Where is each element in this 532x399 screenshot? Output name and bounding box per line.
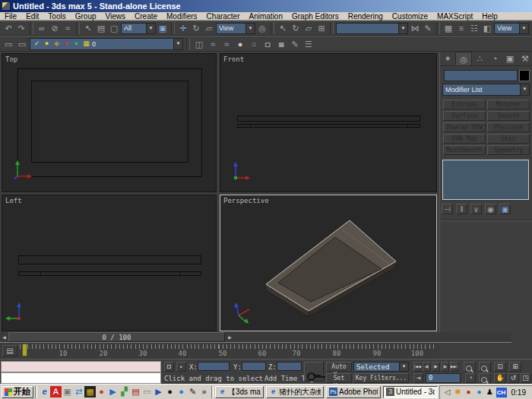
quicklaunch-player-icon[interactable]: ▶ <box>153 386 164 397</box>
quicklaunch-sync-icon[interactable]: ⇄ <box>73 386 84 397</box>
time-configuration-icon[interactable]: ◔ <box>465 373 476 383</box>
chat-bubble-icon[interactable]: ● <box>475 388 484 397</box>
rotate-icon[interactable]: ↻ <box>190 22 202 34</box>
tab-create-icon[interactable]: ✶ <box>440 52 455 65</box>
quicklaunch-qq-icon[interactable]: ● <box>164 386 176 397</box>
render-preset-b-icon[interactable]: ▭ <box>16 38 28 50</box>
quicklaunch-game-icon[interactable]: ▞ <box>119 386 130 397</box>
maxscript-listener-top[interactable] <box>1 361 161 372</box>
quicklaunch-tool-icon[interactable]: ▭ <box>141 386 153 397</box>
unfreeze-layer-icon[interactable]: ◙ <box>275 38 287 50</box>
modifier-button-physique[interactable]: Physique <box>487 122 530 132</box>
pin-stack-icon[interactable]: ⊣ <box>442 204 453 214</box>
select-by-name-icon[interactable]: ▤ <box>95 22 107 34</box>
quicklaunch-pen-icon[interactable]: ✎ <box>187 386 198 397</box>
layer-list-icon[interactable]: ☰ <box>302 38 315 50</box>
absolute-offset-icon[interactable]: ▪ <box>176 362 186 372</box>
z-field[interactable] <box>277 362 302 371</box>
named-selection-dropdown[interactable]: ▼ <box>336 23 408 34</box>
zoom-icon[interactable] <box>464 362 476 372</box>
task-hodgepodge[interactable]: e 猪扑的大杂烩 <box>266 386 324 398</box>
frame-marker[interactable] <box>22 344 27 356</box>
show-end-result-icon[interactable]: ‖ <box>456 204 467 214</box>
layer-manager-icon[interactable]: ☷ <box>468 22 480 34</box>
remove-modifier-icon[interactable]: ◉ <box>485 204 496 214</box>
edit-layer-icon[interactable]: ✎ <box>289 38 301 50</box>
keyboard-override-icon[interactable]: ⊞ <box>315 22 328 34</box>
freeze-layer-icon[interactable]: ◘ <box>261 38 274 50</box>
chevron-down-icon[interactable]: ▼ <box>173 39 182 49</box>
bind-spacewarp-icon[interactable]: ≈ <box>62 22 74 34</box>
zoom-extents-icon[interactable]: ⊡ <box>494 362 506 372</box>
move-icon[interactable]: ✛ <box>177 22 189 34</box>
tab-hierarchy-icon[interactable]: ∴ <box>472 52 487 65</box>
window-crossing-icon[interactable]: ▣ <box>157 22 169 34</box>
mini-curve-editor-icon[interactable]: ▤ <box>2 345 17 356</box>
menu-help[interactable]: Help <box>477 12 502 21</box>
align-icon[interactable]: ≡ <box>455 22 467 34</box>
select-layer-icon[interactable]: ≈ <box>207 38 219 50</box>
layer-off-icon[interactable]: ○ <box>248 38 260 50</box>
set-key-button[interactable]: Set Key <box>326 373 352 383</box>
undo-icon[interactable]: ↶ <box>2 22 14 34</box>
menu-animation[interactable]: Animation <box>245 12 287 21</box>
mirror-icon[interactable]: ⋈ <box>409 22 421 34</box>
task-3dsmax-untitled[interactable]: 3 Untitled - 3ds ... <box>383 386 438 398</box>
zoom-all-icon[interactable] <box>479 362 491 372</box>
tab-display-icon[interactable]: ▣ <box>502 52 518 65</box>
track-bar[interactable]: ▤ 10 20 30 40 50 60 70 80 90 100 <box>0 344 439 359</box>
unlink-icon[interactable]: ⊘ <box>49 22 61 34</box>
menu-edit[interactable]: Edit <box>21 12 43 21</box>
modifier-button-meshsmooth[interactable]: MeshSmooth <box>443 145 486 155</box>
shield-icon[interactable]: ● <box>464 388 473 397</box>
modifier-button-morpher[interactable]: Morpher <box>487 100 530 109</box>
chevron-down-icon[interactable]: ▼ <box>520 84 529 95</box>
quicklaunch-viewer-icon[interactable]: ▣ <box>62 386 73 397</box>
menu-file[interactable]: File <box>0 12 21 21</box>
quicklaunch-grid-icon[interactable]: ▦ <box>84 386 96 397</box>
maxscript-listener-bottom[interactable] <box>1 372 161 384</box>
tab-modify-icon[interactable]: ◎ <box>455 52 472 65</box>
menu-character[interactable]: Character <box>202 12 245 21</box>
time-slider-right-arrow[interactable]: ▶ <box>226 334 233 341</box>
menu-modifiers[interactable]: Modifiers <box>162 12 202 21</box>
reference-coordinate-dropdown[interactable]: View ▼ <box>216 23 255 34</box>
modifier-button-surface[interactable]: Surface <box>443 111 486 121</box>
layer-flyout-icon[interactable]: ◫ <box>193 38 205 50</box>
make-unique-icon[interactable]: ∨ <box>470 204 482 214</box>
auto-key-button[interactable]: Auto Key <box>326 362 352 372</box>
modifier-button-unwrap-uvw[interactable]: Unwrap UVW <box>443 122 486 132</box>
y-field[interactable] <box>242 362 266 371</box>
msn-icon[interactable]: ✱ <box>454 388 463 397</box>
zoom-extents-all-icon[interactable]: ⊞ <box>509 362 521 372</box>
modifier-button-skin[interactable]: Skin <box>487 134 530 144</box>
menu-customize[interactable]: Customize <box>388 12 432 21</box>
viewport-front[interactable]: Front <box>220 53 437 192</box>
redo-icon[interactable]: ↷ <box>15 22 27 34</box>
tab-motion-icon[interactable]: ◔ <box>487 52 502 65</box>
layer-on-icon[interactable]: ● <box>234 38 246 50</box>
slab-object[interactable] <box>220 195 436 331</box>
current-frame-field[interactable]: 0 <box>426 373 461 383</box>
selected-dropdown[interactable]: Selected ▼ <box>353 362 409 372</box>
x-field[interactable] <box>198 362 230 371</box>
menu-rendering[interactable]: Rendering <box>344 12 388 21</box>
selection-region-icon[interactable]: ▢ <box>108 22 120 34</box>
min-max-toggle-icon[interactable]: ◳ <box>520 373 531 383</box>
quicklaunch-messenger-icon[interactable]: ● <box>176 386 187 397</box>
manipulate-rotate-icon[interactable]: ↻ <box>290 22 302 34</box>
schematic-view-icon[interactable]: ▦ <box>442 22 454 34</box>
play-icon[interactable]: ▶ <box>432 362 440 372</box>
selection-filter-dropdown[interactable]: All ▼ <box>121 23 156 34</box>
select-object-icon[interactable]: ↖ <box>82 22 94 34</box>
set-keys-button[interactable] <box>304 362 324 382</box>
render-preset-a-icon[interactable]: ▭ <box>2 38 14 50</box>
task-adobe-photoshop[interactable]: Ps Adobe Photos... <box>326 386 381 398</box>
selection-lock-icon[interactable]: ◘ <box>164 362 174 372</box>
viewport-left[interactable]: Left <box>2 195 217 331</box>
modifier-button-symmetry[interactable]: Symmetry <box>487 145 530 155</box>
start-button[interactable]: 开始 <box>2 386 33 398</box>
chevron-down-icon[interactable]: ▼ <box>398 24 407 33</box>
key-filters-button[interactable]: Key Filters... <box>353 373 409 383</box>
use-center-icon[interactable]: ◎ <box>256 22 268 34</box>
